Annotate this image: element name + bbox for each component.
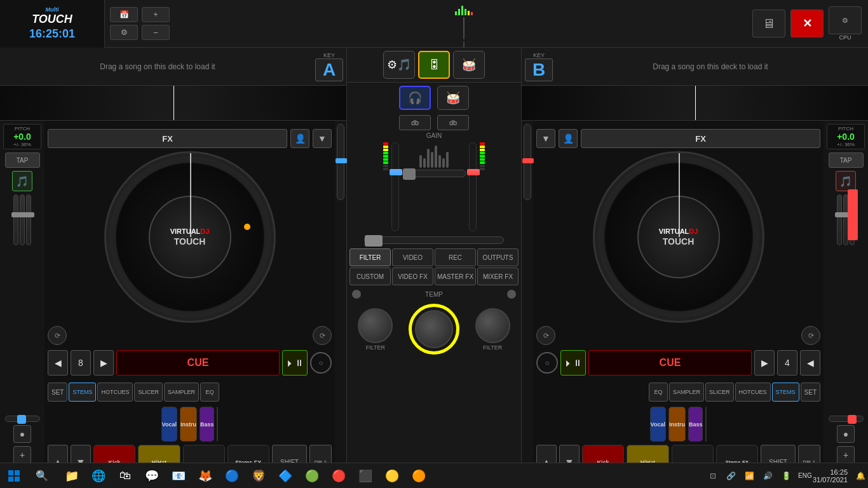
deck-b-eq-high[interactable] xyxy=(837,194,842,245)
deck-b-pad-bass[interactable]: Bass xyxy=(688,407,703,442)
deck-a-pad-empty1[interactable] xyxy=(217,407,218,442)
deck-a-set-btn[interactable]: SET xyxy=(48,383,67,402)
taskbar-start-btn[interactable] xyxy=(0,463,28,489)
deck-b-eq-btn[interactable]: EQ xyxy=(649,383,668,402)
deck-a-waveform[interactable] xyxy=(0,86,346,121)
deck-a-slicer-btn[interactable]: SLICER xyxy=(134,383,163,402)
mixer-ch-fader-right[interactable] xyxy=(469,142,477,231)
add-btn[interactable]: + xyxy=(142,7,170,22)
deck-b-fx-icon1[interactable]: 👤 xyxy=(559,129,578,148)
deck-b-sampler-btn[interactable]: SAMPLER xyxy=(669,383,704,402)
mixer-filter-knob-right[interactable] xyxy=(475,308,510,343)
calendar-btn[interactable]: 📅 xyxy=(110,7,138,22)
deck-b-eq-low[interactable] xyxy=(850,194,855,245)
mixer-record-btn[interactable]: 🥁 xyxy=(453,51,485,79)
deck-b-play-btn[interactable]: ⏵⏸ xyxy=(560,350,586,376)
taskbar-icon-brave[interactable]: 🦁 xyxy=(246,463,271,489)
taskbar-icon-virtualdj[interactable]: 🔴 xyxy=(326,463,351,489)
deck-a-tap-btn[interactable]: TAP xyxy=(5,152,40,168)
deck-a-fx-icon2[interactable]: ▼ xyxy=(313,129,332,148)
deck-b-prev-btn[interactable]: ◀ xyxy=(800,350,820,376)
mixer-dot-right[interactable] xyxy=(507,290,516,299)
deck-a-sampler-btn[interactable]: SAMPLER xyxy=(164,383,199,402)
taskbar-icon-outlook[interactable]: 📧 xyxy=(166,463,191,489)
mixer-crossfader[interactable] xyxy=(402,170,466,177)
deck-b-set-btn[interactable]: SET xyxy=(801,383,820,402)
taskbar-icon-firefox[interactable]: 🦊 xyxy=(193,463,218,489)
deck-b-counter-circle-l[interactable]: ⟳ xyxy=(536,326,555,345)
deck-a-pad-vocal[interactable]: Vocal xyxy=(161,407,177,442)
deck-b-stems-btn[interactable]: STEMS xyxy=(772,383,799,402)
mixer-headphone-left[interactable]: 🎧 xyxy=(399,86,431,110)
deck-b-slicer-btn[interactable]: SLICER xyxy=(705,383,734,402)
gear-btn2[interactable]: ⚙ xyxy=(829,6,862,34)
deck-a-prev-btn[interactable]: ◀ xyxy=(48,350,68,376)
mixer-ch-fader-left[interactable] xyxy=(391,142,399,231)
taskbar-icon-app3[interactable]: 🟠 xyxy=(406,463,431,489)
taskbar-icon-app2[interactable]: 🟡 xyxy=(379,463,405,489)
mixer-db-right[interactable]: db xyxy=(437,115,469,130)
taskbar-notification[interactable]: 🔔 xyxy=(853,463,868,489)
deck-b-pitch-slider[interactable] xyxy=(524,124,531,200)
mixer-filter-knob-left[interactable] xyxy=(358,308,393,343)
deck-b-waveform[interactable] xyxy=(522,86,868,121)
taskbar-icon-files[interactable]: 📁 xyxy=(59,463,85,489)
deck-b-stem-icon[interactable]: 🎵 xyxy=(836,171,856,191)
mixer-mixerfx-tab[interactable]: MIXER FX xyxy=(477,268,519,285)
mixer-headphone-right[interactable]: 🥁 xyxy=(437,86,469,110)
mixer-rec-tab[interactable]: REC xyxy=(435,248,476,266)
taskbar-icon-opera[interactable]: 🔷 xyxy=(273,463,298,489)
deck-a-fx-btn[interactable]: FX xyxy=(48,129,287,148)
deck-b-loop-num[interactable]: 4 xyxy=(777,350,797,376)
deck-a-pad-instru[interactable]: Instru xyxy=(180,407,197,442)
taskbar-tray-network[interactable]: 🔗 xyxy=(724,463,739,489)
deck-b-counter-circle-r[interactable]: ⟳ xyxy=(801,326,820,345)
taskbar-tray-sound[interactable]: 🔊 xyxy=(761,463,776,489)
taskbar-tray-taskview[interactable]: ⊡ xyxy=(705,463,721,489)
deck-b-tap-btn[interactable]: TAP xyxy=(829,152,864,168)
taskbar-icon-store[interactable]: 🛍 xyxy=(112,463,138,489)
mixer-masterfx-tab[interactable]: MASTER FX xyxy=(435,268,476,285)
deck-b-dot-btn[interactable]: ● xyxy=(837,425,855,443)
deck-a-eq-btn[interactable]: EQ xyxy=(200,383,219,402)
mixer-custom-tab[interactable]: CUSTOM xyxy=(349,268,391,285)
deck-a-pad-bass[interactable]: Bass xyxy=(200,407,215,442)
taskbar-clock[interactable]: 16:25 31/07/2021 xyxy=(813,468,853,484)
deck-b-letter[interactable]: B xyxy=(525,58,553,81)
taskbar-icon-chrome[interactable]: 🔵 xyxy=(219,463,245,489)
taskbar-icon-edge[interactable]: 🌐 xyxy=(86,463,111,489)
deck-a-eq-high[interactable] xyxy=(13,194,18,245)
mixer-settings-btn[interactable]: ⚙🎵 xyxy=(383,51,415,79)
taskbar-search-btn[interactable]: 🔍 xyxy=(28,463,56,489)
deck-a-stems-btn[interactable]: STEMS xyxy=(69,383,96,402)
mixer-filter-circle-highlight[interactable] xyxy=(409,304,459,355)
settings-btn[interactable]: ⚙ xyxy=(110,25,138,40)
deck-b-loop-circle[interactable]: ○ xyxy=(536,352,558,374)
deck-a-eq-mid[interactable] xyxy=(20,194,25,245)
monitor-btn[interactable]: 🖥 xyxy=(752,10,785,37)
deck-a-fx-icon1[interactable]: 👤 xyxy=(290,129,309,148)
deck-b-pad-empty1[interactable] xyxy=(705,407,707,442)
deck-a-play-btn[interactable]: ⏵⏸ xyxy=(282,350,308,376)
deck-a-eq-low[interactable] xyxy=(26,194,31,245)
mixer-crossfader-main[interactable] xyxy=(364,236,504,244)
taskbar-icon-app1[interactable]: ⬛ xyxy=(353,463,378,489)
deck-b-hotcues-btn[interactable]: HOTCUES xyxy=(735,383,771,402)
deck-a-letter[interactable]: A xyxy=(315,58,343,81)
deck-b-crossfader-eq[interactable] xyxy=(829,416,864,422)
deck-a-loop-num[interactable]: 8 xyxy=(71,350,91,376)
mixer-outputs-tab[interactable]: OUTPUTS xyxy=(477,248,519,266)
taskbar-icon-mail[interactable]: 💬 xyxy=(139,463,165,489)
deck-b-pad-vocal[interactable]: Vocal xyxy=(650,407,666,442)
close-button[interactable]: ✕ xyxy=(790,10,824,37)
taskbar-tray-lang[interactable]: ENG xyxy=(797,463,813,489)
mixer-videofx-tab[interactable]: VIDEO FX xyxy=(392,268,433,285)
taskbar-tray-battery[interactable]: 🔋 xyxy=(779,463,794,489)
deck-a-counter-circle-l[interactable]: ⟳ xyxy=(48,326,67,345)
deck-a-plus-btn[interactable]: + xyxy=(13,446,31,464)
deck-a-crossfader-eq[interactable] xyxy=(5,416,40,422)
deck-b-cue-btn[interactable]: CUE xyxy=(588,350,752,376)
mixer-db-left[interactable]: db xyxy=(399,115,431,130)
deck-b-pad-instru[interactable]: Instru xyxy=(668,407,686,442)
deck-b-plus-btn[interactable]: + xyxy=(837,446,855,464)
